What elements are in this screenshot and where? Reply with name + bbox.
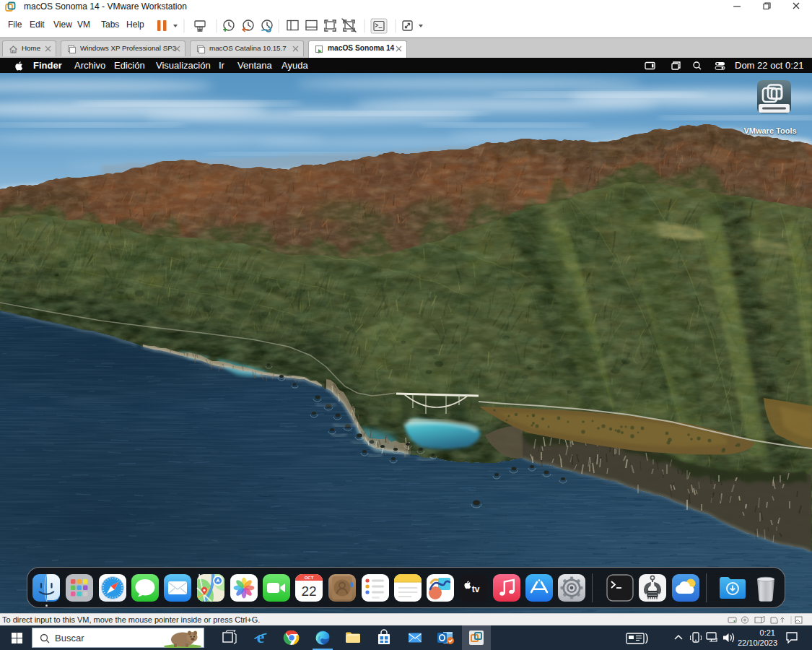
- svg-text:tv: tv: [472, 584, 480, 594]
- svg-text:e: e: [257, 629, 265, 646]
- svg-text:OCT: OCT: [305, 576, 314, 580]
- svg-text:22: 22: [301, 584, 316, 599]
